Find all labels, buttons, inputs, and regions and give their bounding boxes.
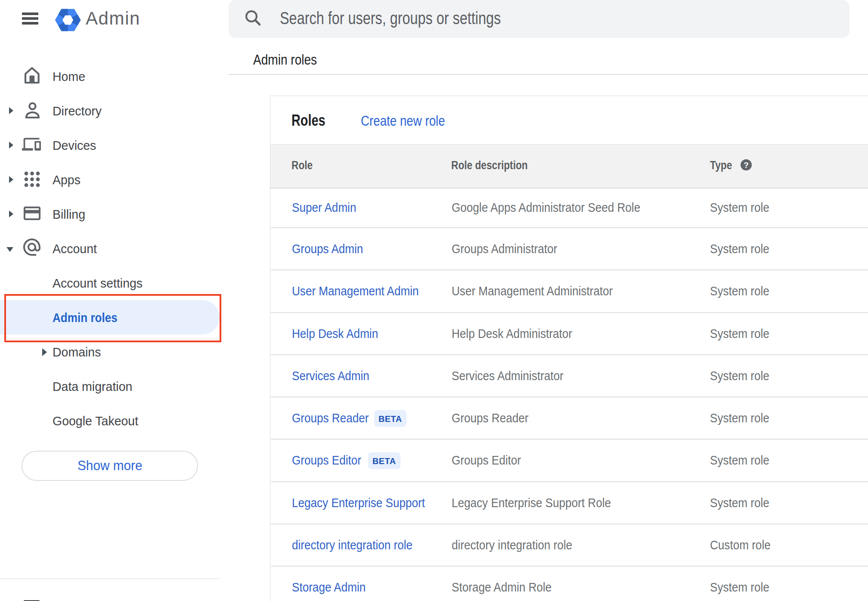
svg-text:?: ?: [744, 161, 749, 170]
